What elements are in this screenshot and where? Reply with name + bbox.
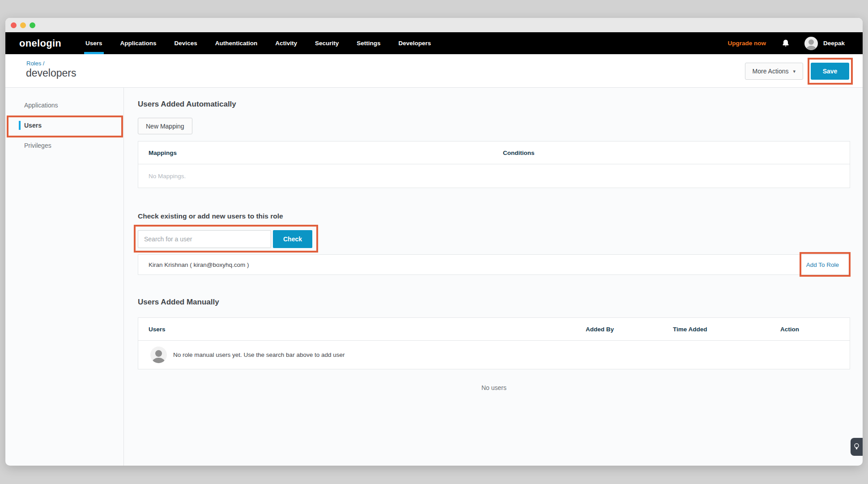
check-section-title: Check existing or add new users to this …: [138, 212, 850, 220]
action-column-header: Action: [780, 326, 850, 333]
time-added-column-header: Time Added: [673, 326, 780, 333]
user-search-group: Check: [138, 230, 312, 248]
mappings-column-header: Mappings: [138, 150, 503, 156]
user-search-input[interactable]: [138, 230, 271, 248]
notification-bell-icon[interactable]: [781, 39, 790, 48]
sidebar-item-applications[interactable]: Applications: [5, 95, 123, 115]
more-actions-label: More Actions: [753, 68, 789, 75]
search-result-row: Kiran Krishnan ( kiran@boxyhq.com ) Add …: [138, 254, 850, 275]
nav-item-users[interactable]: Users: [77, 32, 111, 54]
maximize-button[interactable]: [30, 22, 35, 28]
page-header: Roles / developers More Actions ▾ Save: [5, 54, 863, 88]
sidebar-item-users-label: Users: [24, 122, 42, 129]
check-button[interactable]: Check: [273, 230, 312, 248]
page-title: developers: [26, 67, 77, 79]
nav-item-devices[interactable]: Devices: [166, 32, 206, 54]
more-actions-button[interactable]: More Actions ▾: [745, 63, 803, 80]
header-actions: More Actions ▾ Save: [745, 63, 849, 80]
auto-section-title: Users Added Automatically: [138, 100, 850, 109]
window-titlebar: [5, 18, 863, 32]
added-by-column-header: Added By: [586, 326, 673, 333]
nav-menu: Users Applications Devices Authenticatio…: [77, 32, 440, 54]
nav-item-security[interactable]: Security: [306, 32, 348, 54]
feedback-widget[interactable]: [851, 438, 863, 456]
sidebar: Applications Users Privileges: [5, 88, 124, 466]
manual-empty-row: No role manual users yet. Use the search…: [138, 341, 850, 369]
nav-item-settings[interactable]: Settings: [348, 32, 389, 54]
main-content: Users Added Automatically New Mapping Ma…: [124, 88, 863, 466]
user-avatar[interactable]: [804, 37, 818, 50]
users-column-header: Users: [138, 326, 586, 333]
onelogin-logo[interactable]: onelogin: [19, 32, 61, 54]
save-button[interactable]: Save: [811, 63, 849, 80]
sidebar-item-users[interactable]: Users: [5, 115, 123, 135]
minimize-button[interactable]: [20, 22, 26, 28]
manual-empty-text: No role manual users yet. Use the search…: [173, 351, 345, 358]
app-window: onelogin Users Applications Devices Auth…: [5, 18, 863, 466]
active-indicator: [19, 121, 21, 130]
nav-item-activity[interactable]: Activity: [266, 32, 306, 54]
top-navbar: onelogin Users Applications Devices Auth…: [5, 32, 863, 54]
breadcrumb[interactable]: Roles /: [26, 60, 44, 67]
sidebar-item-privileges[interactable]: Privileges: [5, 135, 123, 155]
conditions-column-header: Conditions: [503, 150, 850, 156]
close-button[interactable]: [11, 22, 17, 28]
chevron-down-icon: ▾: [793, 69, 796, 74]
navbar-right: Upgrade now Deepak: [728, 32, 863, 54]
lightbulb-icon: [854, 443, 859, 451]
no-mappings-row: No Mappings.: [138, 164, 850, 188]
nav-item-authentication[interactable]: Authentication: [206, 32, 267, 54]
manual-users-table: Users Added By Time Added Action No role…: [138, 317, 850, 369]
user-name-label[interactable]: Deepak: [823, 40, 845, 47]
mappings-table-header: Mappings Conditions: [138, 141, 850, 164]
manual-table-header: Users Added By Time Added Action: [138, 318, 850, 341]
page-body: Applications Users Privileges Users Adde…: [5, 88, 863, 466]
nav-item-applications[interactable]: Applications: [111, 32, 166, 54]
nav-item-developers[interactable]: Developers: [389, 32, 440, 54]
add-to-role-link[interactable]: Add To Role: [806, 261, 839, 268]
new-mapping-button[interactable]: New Mapping: [138, 118, 192, 134]
mappings-table: Mappings Conditions No Mappings.: [138, 141, 850, 188]
result-user-label: Kiran Krishnan ( kiran@boxyhq.com ): [138, 261, 249, 268]
placeholder-user-avatar-icon: [150, 347, 167, 363]
no-users-label: No users: [138, 384, 850, 391]
manual-section-title: Users Added Manually: [138, 298, 850, 307]
upgrade-now-link[interactable]: Upgrade now: [728, 40, 766, 47]
